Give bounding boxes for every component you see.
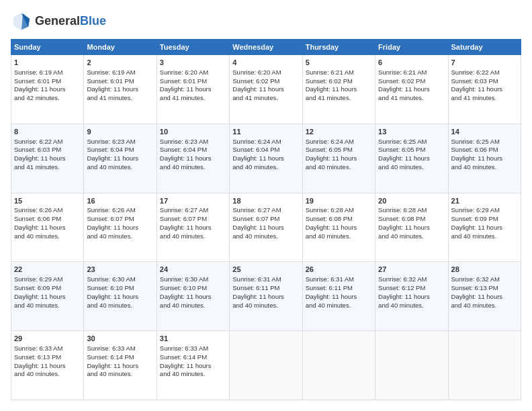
day-info: Sunrise: 6:25 AM <box>451 138 518 146</box>
calendar-cell: 18Sunrise: 6:27 AMSunset: 6:07 PMDayligh… <box>230 193 302 262</box>
calendar-cell: 15Sunrise: 6:26 AMSunset: 6:06 PMDayligh… <box>11 193 84 262</box>
day-info: Daylight: 11 hours <box>232 154 299 163</box>
day-of-week-sunday: Sunday <box>11 40 84 55</box>
day-info: Sunrise: 6:22 AM <box>451 68 518 77</box>
day-info: Sunrise: 6:26 AM <box>87 206 153 215</box>
day-info: Sunrise: 6:25 AM <box>378 138 445 146</box>
day-header-row: SundayMondayTuesdayWednesdayThursdayFrid… <box>11 40 521 55</box>
calendar-cell: 17Sunrise: 6:27 AMSunset: 6:07 PMDayligh… <box>157 193 229 262</box>
day-info: Sunset: 6:13 PM <box>14 353 81 362</box>
day-info: and 41 minutes. <box>14 163 81 172</box>
day-info: Sunset: 6:09 PM <box>451 215 518 224</box>
day-number: 4 <box>232 58 299 68</box>
day-info: Sunrise: 6:27 AM <box>160 206 226 215</box>
calendar-cell: 19Sunrise: 6:28 AMSunset: 6:08 PMDayligh… <box>302 193 375 262</box>
day-info: Sunset: 6:14 PM <box>87 353 153 362</box>
day-of-week-saturday: Saturday <box>448 40 521 55</box>
calendar-cell: 28Sunrise: 6:32 AMSunset: 6:13 PMDayligh… <box>448 262 521 331</box>
day-info: and 40 minutes. <box>14 232 81 241</box>
day-number: 24 <box>160 265 226 275</box>
week-row-3: 15Sunrise: 6:26 AMSunset: 6:06 PMDayligh… <box>11 193 521 262</box>
day-number: 27 <box>378 265 445 275</box>
logo-general: General <box>35 14 80 28</box>
day-info: Sunrise: 6:28 AM <box>378 206 445 215</box>
day-info: and 40 minutes. <box>306 232 372 241</box>
day-info: Daylight: 11 hours <box>160 154 226 163</box>
day-info: Sunrise: 6:33 AM <box>160 345 226 353</box>
day-info: Sunset: 6:07 PM <box>232 215 299 224</box>
day-info: Sunset: 6:04 PM <box>87 146 153 154</box>
day-info: Daylight: 11 hours <box>378 293 445 302</box>
day-info: Daylight: 11 hours <box>306 85 372 94</box>
header: GeneralBlue <box>11 11 521 32</box>
day-info: and 40 minutes. <box>306 302 372 310</box>
day-info: and 42 minutes. <box>14 94 81 103</box>
day-info: Sunset: 6:05 PM <box>378 146 445 154</box>
calendar-cell: 6Sunrise: 6:21 AMSunset: 6:02 PMDaylight… <box>375 55 448 124</box>
day-info: Daylight: 11 hours <box>306 293 372 302</box>
day-info: Sunrise: 6:26 AM <box>14 206 81 215</box>
day-info: Sunrise: 6:22 AM <box>14 138 81 146</box>
day-info: Daylight: 11 hours <box>451 293 518 302</box>
calendar-cell: 29Sunrise: 6:33 AMSunset: 6:13 PMDayligh… <box>11 331 84 400</box>
day-number: 13 <box>378 127 445 137</box>
day-info: Sunrise: 6:19 AM <box>87 68 153 77</box>
calendar-cell: 24Sunrise: 6:30 AMSunset: 6:10 PMDayligh… <box>157 262 229 331</box>
day-info: and 41 minutes. <box>306 94 372 103</box>
day-info: and 40 minutes. <box>14 370 81 379</box>
day-info: Sunset: 6:04 PM <box>160 146 226 154</box>
day-number: 20 <box>378 196 445 206</box>
week-row-2: 8Sunrise: 6:22 AMSunset: 6:03 PMDaylight… <box>11 124 521 193</box>
calendar-cell <box>230 331 302 400</box>
day-info: Sunset: 6:10 PM <box>87 284 153 293</box>
calendar-cell: 25Sunrise: 6:31 AMSunset: 6:11 PMDayligh… <box>230 262 302 331</box>
day-number: 22 <box>14 265 81 275</box>
calendar-cell: 14Sunrise: 6:25 AMSunset: 6:06 PMDayligh… <box>448 124 521 193</box>
day-info: Sunrise: 6:20 AM <box>232 68 299 77</box>
day-info: Sunset: 6:11 PM <box>232 284 299 293</box>
day-info: Sunrise: 6:28 AM <box>306 206 372 215</box>
day-info: Daylight: 11 hours <box>306 154 372 163</box>
day-number: 3 <box>160 58 226 68</box>
day-info: Sunrise: 6:32 AM <box>451 275 518 284</box>
day-info: and 40 minutes. <box>87 163 153 172</box>
day-number: 17 <box>160 196 226 206</box>
day-info: Sunset: 6:03 PM <box>14 146 81 154</box>
day-info: Sunrise: 6:29 AM <box>14 275 81 284</box>
day-info: Sunset: 6:03 PM <box>451 77 518 86</box>
logo-icon <box>11 11 32 32</box>
week-row-4: 22Sunrise: 6:29 AMSunset: 6:09 PMDayligh… <box>11 262 521 331</box>
calendar-cell: 3Sunrise: 6:20 AMSunset: 6:01 PMDaylight… <box>157 55 229 124</box>
day-info: Sunset: 6:01 PM <box>160 77 226 86</box>
day-info: Sunrise: 6:20 AM <box>160 68 226 77</box>
day-info: Daylight: 11 hours <box>14 154 81 163</box>
day-info: and 41 minutes. <box>232 94 299 103</box>
day-info: Sunrise: 6:27 AM <box>232 206 299 215</box>
calendar-cell <box>302 331 375 400</box>
calendar-cell: 4Sunrise: 6:20 AMSunset: 6:02 PMDaylight… <box>230 55 302 124</box>
day-info: Daylight: 11 hours <box>160 293 226 302</box>
day-info: Sunrise: 6:24 AM <box>232 138 299 146</box>
day-info: and 40 minutes. <box>160 163 226 172</box>
day-of-week-tuesday: Tuesday <box>157 40 229 55</box>
day-number: 11 <box>232 127 299 137</box>
day-info: Daylight: 11 hours <box>160 362 226 371</box>
calendar-cell: 7Sunrise: 6:22 AMSunset: 6:03 PMDaylight… <box>448 55 521 124</box>
calendar-cell: 26Sunrise: 6:31 AMSunset: 6:11 PMDayligh… <box>302 262 375 331</box>
day-info: Daylight: 11 hours <box>232 85 299 94</box>
day-number: 14 <box>451 127 518 137</box>
day-info: Sunrise: 6:21 AM <box>306 68 372 77</box>
day-info: Sunrise: 6:31 AM <box>232 275 299 284</box>
day-number: 15 <box>14 196 81 206</box>
day-info: and 40 minutes. <box>451 302 518 310</box>
calendar-cell: 27Sunrise: 6:32 AMSunset: 6:12 PMDayligh… <box>375 262 448 331</box>
day-info: and 41 minutes. <box>378 94 445 103</box>
calendar-cell: 23Sunrise: 6:30 AMSunset: 6:10 PMDayligh… <box>84 262 157 331</box>
day-of-week-monday: Monday <box>84 40 157 55</box>
day-info: Sunset: 6:02 PM <box>378 77 445 86</box>
day-info: Daylight: 11 hours <box>160 224 226 232</box>
day-info: and 40 minutes. <box>232 163 299 172</box>
week-row-1: 1Sunrise: 6:19 AMSunset: 6:01 PMDaylight… <box>11 55 521 124</box>
day-info: Sunrise: 6:30 AM <box>160 275 226 284</box>
day-info: and 40 minutes. <box>87 370 153 379</box>
